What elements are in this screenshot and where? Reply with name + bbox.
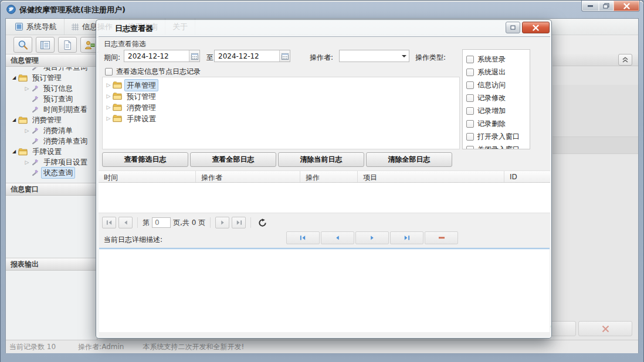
sidebar-tree-item-consumption-list-query[interactable]: 消费清单查询 (6, 136, 96, 146)
minimize-button[interactable] (581, 1, 599, 12)
expand-arrow-icon[interactable]: ▷ (105, 113, 112, 124)
dropdown-arrow-icon[interactable] (399, 55, 409, 57)
first-page-icon (106, 220, 113, 226)
record-prev-button[interactable] (321, 231, 354, 244)
title-bar[interactable]: 保健按摩管理系统(非注册用户) (1, 1, 643, 18)
expand-arrow-icon[interactable]: ▷ (105, 91, 112, 102)
log-viewer-dialog: 日志查看器 日志查看筛选 期间: (96, 19, 552, 339)
grid-icon (72, 23, 79, 30)
refresh-button[interactable] (256, 217, 269, 228)
expand-arrow-icon[interactable]: ▷ (23, 125, 30, 136)
sidebar-tree-item-reservation-query[interactable]: 预订查询 (6, 94, 96, 104)
sidebar-tree-item-hand-tag-settings[interactable]: ◢手牌设置 (6, 146, 96, 157)
collapse-arrow-icon[interactable]: ◢ (11, 115, 18, 125)
restore-button[interactable] (599, 1, 614, 12)
column-header[interactable]: ID (504, 171, 550, 182)
operation-type-option[interactable]: 信息访问 (463, 78, 530, 91)
record-next-button[interactable] (355, 231, 389, 244)
operation-type-option[interactable]: 系统登录 (463, 53, 530, 66)
record-last-button[interactable] (390, 231, 423, 244)
close-button[interactable] (614, 1, 640, 12)
operation-type-option[interactable]: 系统退出 (463, 66, 530, 78)
collapse-arrow-icon[interactable]: ◢ (11, 146, 18, 157)
collapse-panel-button[interactable] (618, 54, 632, 66)
document-toolbar-button[interactable] (58, 37, 77, 53)
clear-all-logs-button[interactable]: 清除全部日志 (366, 152, 452, 167)
checkbox-icon[interactable] (466, 133, 474, 141)
checkbox-icon[interactable] (466, 94, 474, 102)
tree-item-label: 手牌项目设置 (41, 156, 90, 168)
cancel-button[interactable] (578, 321, 632, 336)
checkbox-icon[interactable] (466, 56, 474, 63)
view-filtered-logs-button[interactable]: 查看筛选日志 (102, 152, 188, 167)
sidebar-tree-item-consumption-management[interactable]: ◢消费管理 (6, 115, 96, 125)
operator-combobox[interactable] (339, 50, 409, 62)
record-first-button[interactable] (286, 231, 320, 244)
column-header[interactable]: 时间 (99, 171, 196, 182)
sidebar-section-info-window[interactable]: 信息窗口 (6, 183, 97, 196)
prev-page-button[interactable] (118, 217, 133, 228)
calendar-button[interactable] (279, 50, 290, 62)
date-from-field[interactable] (124, 50, 200, 62)
dialog-tree-item-reservation-management[interactable]: ▷预订管理 (103, 91, 459, 102)
sidebar-section-report-output[interactable]: 报表输出 (6, 258, 97, 271)
expand-arrow-icon[interactable]: ▷ (105, 102, 112, 113)
pagination-bar: 第 页,共 0 页 (99, 214, 550, 231)
sidebar-tree-item-hand-tag-item-settings[interactable]: ▷手牌项目设置 (6, 157, 96, 168)
restore-icon (603, 3, 609, 9)
dialog-tree-item-consumption-management[interactable]: ▷消费管理 (103, 102, 459, 113)
checkbox-icon[interactable] (105, 68, 113, 76)
checkbox-icon[interactable] (466, 120, 474, 128)
operation-type-option[interactable]: 关闭录入窗口 (463, 143, 530, 149)
dialog-tree-item-hand-tag-settings[interactable]: ▷手牌设置 (103, 113, 459, 124)
tab-system-navigation[interactable]: 系统导航 (8, 19, 65, 35)
report-toolbar-button[interactable] (36, 37, 55, 53)
column-header[interactable]: 操作 (300, 171, 358, 182)
sidebar-tree-item-consumption-list[interactable]: ▷消费清单 (6, 125, 96, 136)
checkbox-icon[interactable] (466, 146, 474, 150)
dialog-close-button[interactable] (522, 22, 550, 33)
operation-type-option[interactable]: 打开录入窗口 (463, 130, 530, 143)
view-all-logs-button[interactable]: 查看全部日志 (190, 152, 276, 167)
calendar-button[interactable] (189, 50, 199, 62)
first-page-button[interactable] (102, 217, 116, 228)
status-bar: 当前记录数 10 操作者:Admin 本系统支持二次开发和全新开发! (6, 340, 638, 353)
operation-type-option[interactable]: 记录增加 (463, 104, 530, 117)
checkbox-icon[interactable] (466, 81, 474, 89)
next-page-button[interactable] (215, 217, 229, 228)
search-toolbar-button[interactable] (13, 37, 32, 53)
dialog-restore-button[interactable] (506, 22, 520, 33)
date-to-field[interactable] (214, 50, 290, 62)
node-filter-checkbox-row[interactable]: 查看选定信息节点日志记录 (105, 67, 201, 77)
sidebar-tree-item-status-query[interactable]: 状态查询 (6, 168, 96, 178)
expand-arrow-icon[interactable]: ▷ (23, 83, 30, 94)
operation-type-option[interactable]: 记录删除 (463, 117, 530, 130)
tree-item-label: 预订管理 (124, 90, 158, 103)
expand-arrow-icon[interactable]: ▷ (23, 157, 30, 168)
operation-type-option[interactable]: 记录修改 (463, 91, 530, 104)
document-icon (62, 39, 73, 51)
log-detail-area[interactable] (99, 248, 550, 332)
date-to-input[interactable] (215, 52, 279, 60)
dialog-tree-item-billing-management[interactable]: ▷开单管理 (103, 80, 459, 91)
record-delete-button[interactable] (425, 231, 458, 244)
page-number-input[interactable] (152, 217, 171, 228)
tree-item-label: 开单管理 (124, 79, 158, 91)
date-from-input[interactable] (124, 52, 189, 60)
expand-arrow-icon[interactable]: ▷ (105, 80, 112, 91)
wand-icon (31, 138, 39, 145)
checkbox-icon[interactable] (466, 107, 474, 115)
column-header[interactable]: 操作者 (196, 171, 300, 182)
right-panel (553, 36, 638, 340)
last-page-button[interactable] (232, 217, 246, 228)
checkbox-icon[interactable] (466, 69, 474, 76)
tree-item-label: 时间到期查看 (41, 104, 90, 115)
sidebar-tree-item-reservation-info[interactable]: ▷预订信息 (6, 83, 96, 94)
sidebar-tree-item-reservation-management[interactable]: ◢预订管理 (6, 73, 96, 83)
collapse-arrow-icon[interactable]: ◢ (11, 73, 18, 83)
sidebar-section-info-management[interactable]: 信息管理 (6, 54, 97, 67)
sidebar-tree-item-time-expiry-view[interactable]: 时间到期查看 (6, 104, 96, 115)
column-header[interactable]: 项目 (358, 171, 504, 182)
clear-current-log-button[interactable]: 清除当前日志 (278, 152, 364, 167)
log-table-body[interactable] (99, 183, 550, 213)
